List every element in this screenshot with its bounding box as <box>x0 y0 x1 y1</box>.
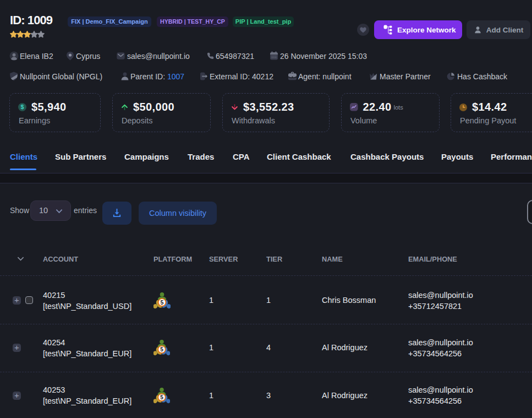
svg-text:$: $ <box>21 104 24 110</box>
